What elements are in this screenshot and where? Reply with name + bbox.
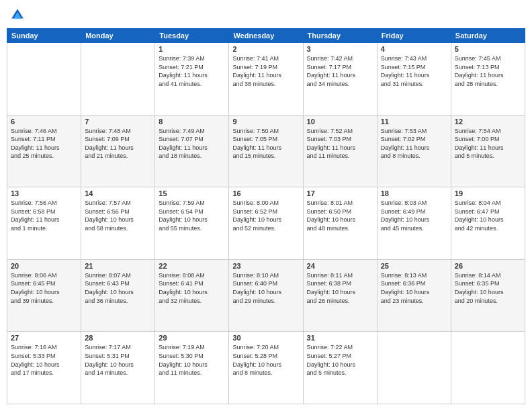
- day-info: Sunrise: 7:17 AM Sunset: 5:31 PM Dayligh…: [85, 343, 151, 377]
- day-info: Sunrise: 7:54 AM Sunset: 7:00 PM Dayligh…: [455, 127, 521, 161]
- day-cell: 8Sunrise: 7:49 AM Sunset: 7:07 PM Daylig…: [155, 115, 229, 187]
- day-number: 14: [85, 189, 151, 197]
- day-number: 31: [307, 334, 373, 342]
- logo: [9, 7, 28, 23]
- week-row-5: 27Sunrise: 7:16 AM Sunset: 5:33 PM Dayli…: [7, 332, 525, 404]
- day-number: 15: [159, 189, 225, 197]
- day-info: Sunrise: 8:08 AM Sunset: 6:41 PM Dayligh…: [159, 271, 225, 305]
- day-number: 28: [85, 334, 151, 342]
- page: SundayMondayTuesdayWednesdayThursdayFrid…: [0, 0, 532, 411]
- day-cell: 6Sunrise: 7:46 AM Sunset: 7:11 PM Daylig…: [7, 115, 81, 187]
- day-info: Sunrise: 7:59 AM Sunset: 6:54 PM Dayligh…: [159, 199, 225, 232]
- day-cell: 28Sunrise: 7:17 AM Sunset: 5:31 PM Dayli…: [81, 332, 155, 404]
- day-info: Sunrise: 7:41 AM Sunset: 7:19 PM Dayligh…: [232, 54, 299, 88]
- day-cell: 24Sunrise: 8:11 AM Sunset: 6:38 PM Dayli…: [303, 259, 377, 332]
- day-cell: 27Sunrise: 7:16 AM Sunset: 5:33 PM Dayli…: [7, 332, 81, 404]
- logo-icon: [9, 7, 26, 23]
- day-cell: 21Sunrise: 8:07 AM Sunset: 6:43 PM Dayli…: [81, 259, 155, 332]
- calendar-header-row: SundayMondayTuesdayWednesdayThursdayFrid…: [7, 29, 525, 43]
- day-cell: 13Sunrise: 7:56 AM Sunset: 6:58 PM Dayli…: [7, 187, 81, 260]
- day-cell: 10Sunrise: 7:52 AM Sunset: 7:03 PM Dayli…: [303, 115, 377, 187]
- day-cell: 29Sunrise: 7:19 AM Sunset: 5:30 PM Dayli…: [155, 332, 229, 404]
- day-number: 2: [232, 45, 299, 53]
- day-cell: [377, 332, 451, 404]
- day-info: Sunrise: 7:48 AM Sunset: 7:09 PM Dayligh…: [85, 127, 151, 161]
- day-info: Sunrise: 8:14 AM Sunset: 6:35 PM Dayligh…: [455, 271, 521, 305]
- day-number: 10: [307, 118, 373, 126]
- day-number: 1: [159, 45, 225, 53]
- day-info: Sunrise: 7:43 AM Sunset: 7:15 PM Dayligh…: [381, 54, 447, 88]
- day-number: 8: [159, 118, 225, 126]
- day-number: 21: [85, 262, 151, 270]
- day-number: 25: [381, 262, 447, 270]
- day-number: 24: [307, 262, 373, 270]
- day-cell: 20Sunrise: 8:06 AM Sunset: 6:45 PM Dayli…: [7, 259, 81, 332]
- day-cell: 4Sunrise: 7:43 AM Sunset: 7:15 PM Daylig…: [377, 43, 451, 116]
- day-cell: 5Sunrise: 7:45 AM Sunset: 7:13 PM Daylig…: [451, 43, 525, 116]
- day-number: 30: [232, 334, 299, 342]
- day-info: Sunrise: 7:42 AM Sunset: 7:17 PM Dayligh…: [307, 54, 373, 88]
- day-number: 17: [307, 189, 373, 197]
- day-number: 18: [381, 189, 447, 197]
- day-info: Sunrise: 8:07 AM Sunset: 6:43 PM Dayligh…: [85, 271, 151, 305]
- day-cell: 16Sunrise: 8:00 AM Sunset: 6:52 PM Dayli…: [229, 187, 303, 260]
- day-info: Sunrise: 7:56 AM Sunset: 6:58 PM Dayligh…: [11, 199, 77, 232]
- day-number: 6: [11, 118, 77, 126]
- day-cell: 2Sunrise: 7:41 AM Sunset: 7:19 PM Daylig…: [229, 43, 303, 116]
- day-info: Sunrise: 7:20 AM Sunset: 5:28 PM Dayligh…: [232, 343, 299, 377]
- day-header-saturday: Saturday: [451, 29, 525, 43]
- day-cell: 3Sunrise: 7:42 AM Sunset: 7:17 PM Daylig…: [303, 43, 377, 116]
- day-header-sunday: Sunday: [7, 29, 81, 43]
- day-info: Sunrise: 7:49 AM Sunset: 7:07 PM Dayligh…: [159, 127, 225, 161]
- day-cell: 18Sunrise: 8:03 AM Sunset: 6:49 PM Dayli…: [377, 187, 451, 260]
- day-info: Sunrise: 8:06 AM Sunset: 6:45 PM Dayligh…: [11, 271, 77, 305]
- day-number: 7: [85, 118, 151, 126]
- day-cell: 15Sunrise: 7:59 AM Sunset: 6:54 PM Dayli…: [155, 187, 229, 260]
- day-cell: 26Sunrise: 8:14 AM Sunset: 6:35 PM Dayli…: [451, 259, 525, 332]
- day-cell: [81, 43, 155, 116]
- day-header-monday: Monday: [81, 29, 155, 43]
- day-info: Sunrise: 7:57 AM Sunset: 6:56 PM Dayligh…: [85, 199, 151, 232]
- day-info: Sunrise: 7:46 AM Sunset: 7:11 PM Dayligh…: [11, 127, 77, 161]
- day-cell: 17Sunrise: 8:01 AM Sunset: 6:50 PM Dayli…: [303, 187, 377, 260]
- day-header-thursday: Thursday: [303, 29, 377, 43]
- day-cell: [7, 43, 81, 116]
- day-cell: 25Sunrise: 8:13 AM Sunset: 6:36 PM Dayli…: [377, 259, 451, 332]
- day-header-tuesday: Tuesday: [155, 29, 229, 43]
- day-number: 26: [455, 262, 521, 270]
- week-row-4: 20Sunrise: 8:06 AM Sunset: 6:45 PM Dayli…: [7, 259, 525, 332]
- day-number: 3: [307, 45, 373, 53]
- day-info: Sunrise: 8:01 AM Sunset: 6:50 PM Dayligh…: [307, 199, 373, 232]
- day-cell: 1Sunrise: 7:39 AM Sunset: 7:21 PM Daylig…: [155, 43, 229, 116]
- day-cell: 7Sunrise: 7:48 AM Sunset: 7:09 PM Daylig…: [81, 115, 155, 187]
- day-info: Sunrise: 7:45 AM Sunset: 7:13 PM Dayligh…: [455, 54, 521, 88]
- week-row-3: 13Sunrise: 7:56 AM Sunset: 6:58 PM Dayli…: [7, 187, 525, 260]
- day-number: 13: [11, 189, 77, 197]
- day-number: 29: [159, 334, 225, 342]
- day-cell: 14Sunrise: 7:57 AM Sunset: 6:56 PM Dayli…: [81, 187, 155, 260]
- day-number: 4: [381, 45, 447, 53]
- day-cell: 31Sunrise: 7:22 AM Sunset: 5:27 PM Dayli…: [303, 332, 377, 404]
- day-cell: 22Sunrise: 8:08 AM Sunset: 6:41 PM Dayli…: [155, 259, 229, 332]
- day-info: Sunrise: 8:03 AM Sunset: 6:49 PM Dayligh…: [381, 199, 447, 232]
- day-cell: 12Sunrise: 7:54 AM Sunset: 7:00 PM Dayli…: [451, 115, 525, 187]
- day-header-friday: Friday: [377, 29, 451, 43]
- day-info: Sunrise: 7:16 AM Sunset: 5:33 PM Dayligh…: [11, 343, 77, 377]
- day-info: Sunrise: 8:11 AM Sunset: 6:38 PM Dayligh…: [307, 271, 373, 305]
- day-info: Sunrise: 7:52 AM Sunset: 7:03 PM Dayligh…: [307, 127, 373, 161]
- day-number: 23: [232, 262, 299, 270]
- day-number: 20: [11, 262, 77, 270]
- calendar-table: SundayMondayTuesdayWednesdayThursdayFrid…: [7, 28, 525, 404]
- day-number: 19: [455, 189, 521, 197]
- day-info: Sunrise: 8:00 AM Sunset: 6:52 PM Dayligh…: [232, 199, 299, 232]
- day-number: 12: [455, 118, 521, 126]
- day-number: 9: [232, 118, 299, 126]
- day-header-wednesday: Wednesday: [229, 29, 303, 43]
- day-number: 11: [381, 118, 447, 126]
- day-info: Sunrise: 8:04 AM Sunset: 6:47 PM Dayligh…: [455, 199, 521, 232]
- week-row-1: 1Sunrise: 7:39 AM Sunset: 7:21 PM Daylig…: [7, 43, 525, 116]
- day-number: 22: [159, 262, 225, 270]
- header: [7, 7, 525, 23]
- day-info: Sunrise: 7:22 AM Sunset: 5:27 PM Dayligh…: [307, 343, 373, 377]
- day-cell: 9Sunrise: 7:50 AM Sunset: 7:05 PM Daylig…: [229, 115, 303, 187]
